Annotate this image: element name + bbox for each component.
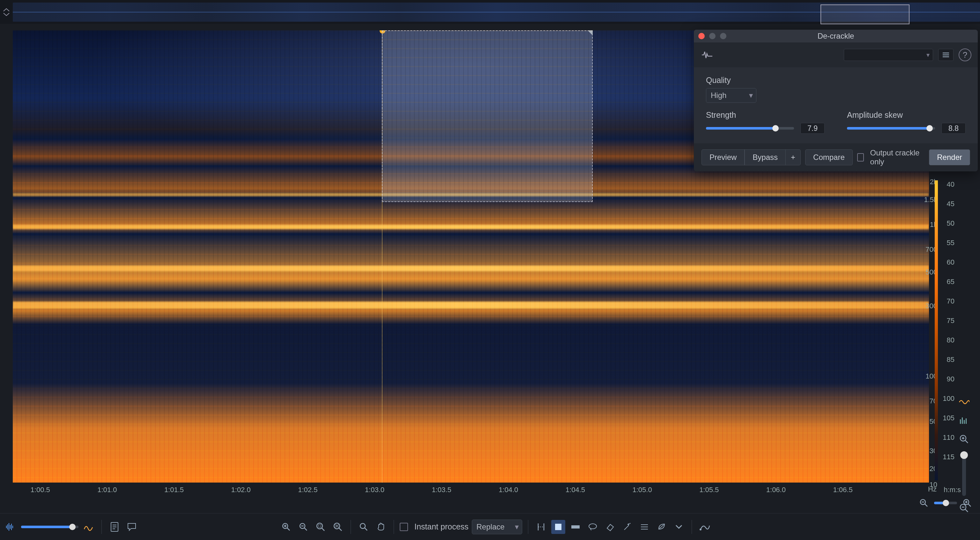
preset-select[interactable] xyxy=(844,49,933,61)
dialog-footer: Preview Bypass + Compare Output crackle … xyxy=(694,143,978,171)
svg-rect-19 xyxy=(7,524,8,529)
playhead-marker-icon[interactable] xyxy=(380,30,385,33)
svg-rect-18 xyxy=(6,526,7,528)
time-tick: 1:04.0 xyxy=(499,486,518,494)
chevron-down-icon[interactable] xyxy=(672,520,686,534)
zoom-in-icon[interactable] xyxy=(279,520,293,534)
zoom-tool-icon[interactable] xyxy=(356,520,371,534)
opacity-slider[interactable] xyxy=(21,526,78,528)
wand-tool-icon[interactable] xyxy=(620,520,634,534)
selection-handle-tr[interactable] xyxy=(588,30,593,35)
render-button[interactable]: Render xyxy=(929,149,970,165)
time-tick: 1:06.0 xyxy=(766,486,786,494)
db-tick: 105 xyxy=(939,414,955,433)
svg-rect-23 xyxy=(13,526,13,528)
svg-line-39 xyxy=(339,528,342,531)
svg-rect-1 xyxy=(962,417,963,424)
db-tick: 40 xyxy=(939,180,955,200)
horizontal-zoom-slider[interactable] xyxy=(934,502,957,504)
viewport-indicator[interactable] xyxy=(821,5,910,24)
bypass-button[interactable]: Bypass xyxy=(745,149,786,165)
db-tick: 110 xyxy=(939,433,955,453)
db-tick: 45 xyxy=(939,200,955,219)
waveform-overview[interactable] xyxy=(13,3,980,22)
add-tab-button[interactable]: + xyxy=(786,149,801,165)
playhead[interactable] xyxy=(382,30,382,483)
zoom-out-icon[interactable] xyxy=(296,520,310,534)
quality-label: Quality xyxy=(706,76,966,85)
amplitude-skew-value[interactable]: 8.8 xyxy=(942,123,966,134)
svg-rect-2 xyxy=(964,420,965,424)
time-tick: 1:03.0 xyxy=(365,486,384,494)
db-tick: 100 xyxy=(939,395,955,414)
amplitude-skew-slider[interactable] xyxy=(847,127,935,129)
time-tick: 1:04.5 xyxy=(566,486,585,494)
svg-point-47 xyxy=(589,524,597,529)
svg-point-35 xyxy=(317,523,323,529)
zoom-in-vertical-icon[interactable] xyxy=(958,433,970,446)
db-tick: 70 xyxy=(939,297,955,317)
zoom-selection-icon[interactable] xyxy=(313,520,328,534)
svg-line-36 xyxy=(322,528,325,531)
svg-line-15 xyxy=(968,504,971,507)
bars-mode-icon[interactable] xyxy=(958,414,970,427)
process-mode-select[interactable]: Replace xyxy=(472,519,522,534)
help-icon[interactable]: ? xyxy=(959,48,971,61)
db-tick: 55 xyxy=(939,239,955,258)
time-tick: 1:01.0 xyxy=(97,486,117,494)
freq-select-tool-icon[interactable] xyxy=(568,520,582,534)
vertical-zoom-slider[interactable] xyxy=(962,451,966,496)
time-select-tool-icon[interactable] xyxy=(534,520,548,534)
db-tick: 75 xyxy=(939,317,955,336)
selection-box[interactable] xyxy=(382,30,593,202)
time-tick: 1:03.5 xyxy=(432,486,452,494)
notes-icon[interactable] xyxy=(108,520,121,534)
maximize-window-icon[interactable] xyxy=(720,33,726,39)
svg-rect-21 xyxy=(10,525,11,529)
collapse-overview-toggle[interactable] xyxy=(0,0,13,24)
db-tick: 80 xyxy=(939,336,955,355)
svg-rect-37 xyxy=(318,525,321,527)
time-tick: 1:06.5 xyxy=(833,486,853,494)
svg-point-48 xyxy=(629,523,630,524)
wave-mode-icon[interactable] xyxy=(958,396,970,408)
strength-value[interactable]: 7.9 xyxy=(800,123,825,134)
time-tick: 1:05.5 xyxy=(699,486,719,494)
output-crackle-checkbox[interactable] xyxy=(857,153,864,161)
dialog-titlebar[interactable]: De-crackle xyxy=(694,30,978,43)
amplitude-skew-label: Amplitude skew xyxy=(847,110,966,119)
svg-line-33 xyxy=(304,528,307,530)
hand-tool-icon[interactable] xyxy=(374,520,388,534)
preset-menu-icon[interactable] xyxy=(938,49,953,61)
comment-icon[interactable] xyxy=(125,520,139,534)
svg-line-12 xyxy=(925,504,928,507)
draw-curve-tool-icon[interactable] xyxy=(698,520,712,534)
time-unit-label: h:m:s xyxy=(943,486,961,494)
svg-rect-20 xyxy=(9,523,9,531)
minimize-window-icon[interactable] xyxy=(709,33,716,39)
audio-signal-icon[interactable] xyxy=(4,520,18,534)
harmonic-select-icon[interactable] xyxy=(637,520,651,534)
spectro-mode-icon[interactable] xyxy=(82,520,96,534)
quality-value: High xyxy=(711,91,726,100)
close-window-icon[interactable] xyxy=(698,33,705,39)
zoom-in-horizontal-icon[interactable] xyxy=(960,496,974,510)
instant-process-checkbox[interactable] xyxy=(400,523,408,531)
lasso-tool-icon[interactable] xyxy=(586,520,600,534)
quality-select[interactable]: High xyxy=(706,88,756,103)
db-tick: 65 xyxy=(939,278,955,297)
svg-rect-22 xyxy=(11,524,12,530)
compare-button[interactable]: Compare xyxy=(805,149,853,165)
time-ruler: h:m:s 1:00.51:01.01:01.51:02.01:02.51:03… xyxy=(13,486,929,499)
freq-time-select-tool-icon[interactable] xyxy=(551,520,565,534)
zoom-fit-icon[interactable] xyxy=(331,520,345,534)
preview-button[interactable]: Preview xyxy=(702,149,745,165)
leaf-tool-icon[interactable] xyxy=(655,520,669,534)
strength-slider[interactable] xyxy=(706,127,794,129)
db-tick: 50 xyxy=(939,219,955,239)
eraser-tool-icon[interactable] xyxy=(603,520,617,534)
svg-line-29 xyxy=(287,528,290,530)
svg-rect-46 xyxy=(571,525,580,529)
decrackle-dialog: De-crackle ? Quality High Strength xyxy=(694,30,978,171)
db-ruler: 4045505560657075808590100105110115 xyxy=(939,180,955,472)
